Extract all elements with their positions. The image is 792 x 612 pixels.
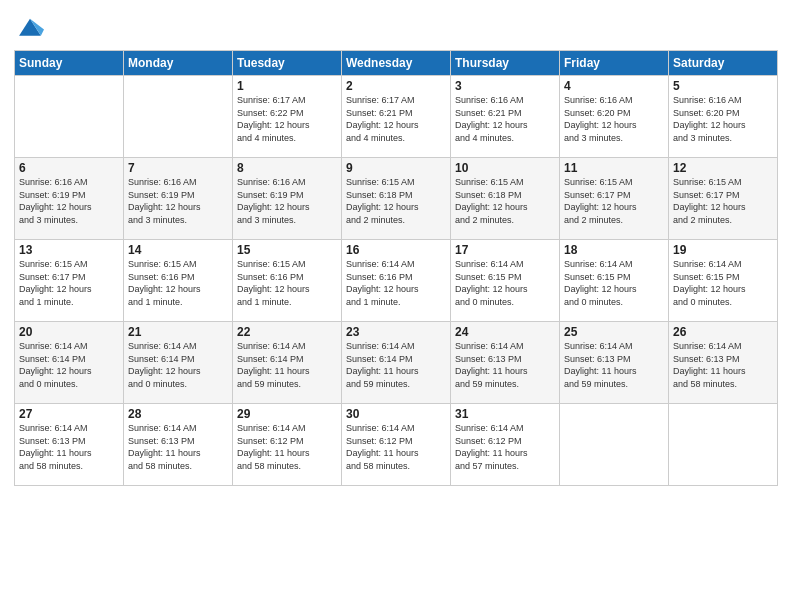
- day-info: Sunrise: 6:14 AM Sunset: 6:15 PM Dayligh…: [673, 258, 773, 308]
- day-info: Sunrise: 6:15 AM Sunset: 6:16 PM Dayligh…: [128, 258, 228, 308]
- day-number: 16: [346, 243, 446, 257]
- day-number: 15: [237, 243, 337, 257]
- day-number: 27: [19, 407, 119, 421]
- calendar-cell: [669, 404, 778, 486]
- day-number: 1: [237, 79, 337, 93]
- day-number: 23: [346, 325, 446, 339]
- calendar-cell: [124, 76, 233, 158]
- day-info: Sunrise: 6:14 AM Sunset: 6:12 PM Dayligh…: [237, 422, 337, 472]
- calendar-cell: 4Sunrise: 6:16 AM Sunset: 6:20 PM Daylig…: [560, 76, 669, 158]
- calendar-cell: 29Sunrise: 6:14 AM Sunset: 6:12 PM Dayli…: [233, 404, 342, 486]
- day-number: 11: [564, 161, 664, 175]
- day-number: 28: [128, 407, 228, 421]
- week-row-2: 13Sunrise: 6:15 AM Sunset: 6:17 PM Dayli…: [15, 240, 778, 322]
- day-info: Sunrise: 6:15 AM Sunset: 6:17 PM Dayligh…: [19, 258, 119, 308]
- day-number: 18: [564, 243, 664, 257]
- calendar-cell: 6Sunrise: 6:16 AM Sunset: 6:19 PM Daylig…: [15, 158, 124, 240]
- day-number: 24: [455, 325, 555, 339]
- day-number: 7: [128, 161, 228, 175]
- day-number: 5: [673, 79, 773, 93]
- calendar-cell: 5Sunrise: 6:16 AM Sunset: 6:20 PM Daylig…: [669, 76, 778, 158]
- day-info: Sunrise: 6:14 AM Sunset: 6:13 PM Dayligh…: [128, 422, 228, 472]
- calendar-cell: 17Sunrise: 6:14 AM Sunset: 6:15 PM Dayli…: [451, 240, 560, 322]
- col-header-monday: Monday: [124, 51, 233, 76]
- header-row: SundayMondayTuesdayWednesdayThursdayFrid…: [15, 51, 778, 76]
- calendar-cell: 12Sunrise: 6:15 AM Sunset: 6:17 PM Dayli…: [669, 158, 778, 240]
- day-info: Sunrise: 6:14 AM Sunset: 6:14 PM Dayligh…: [128, 340, 228, 390]
- day-info: Sunrise: 6:15 AM Sunset: 6:17 PM Dayligh…: [564, 176, 664, 226]
- day-info: Sunrise: 6:16 AM Sunset: 6:21 PM Dayligh…: [455, 94, 555, 144]
- day-info: Sunrise: 6:14 AM Sunset: 6:15 PM Dayligh…: [455, 258, 555, 308]
- calendar-table: SundayMondayTuesdayWednesdayThursdayFrid…: [14, 50, 778, 486]
- calendar-cell: 9Sunrise: 6:15 AM Sunset: 6:18 PM Daylig…: [342, 158, 451, 240]
- calendar-cell: 8Sunrise: 6:16 AM Sunset: 6:19 PM Daylig…: [233, 158, 342, 240]
- calendar-cell: 28Sunrise: 6:14 AM Sunset: 6:13 PM Dayli…: [124, 404, 233, 486]
- day-info: Sunrise: 6:14 AM Sunset: 6:12 PM Dayligh…: [346, 422, 446, 472]
- day-number: 2: [346, 79, 446, 93]
- day-number: 14: [128, 243, 228, 257]
- day-info: Sunrise: 6:16 AM Sunset: 6:20 PM Dayligh…: [673, 94, 773, 144]
- col-header-tuesday: Tuesday: [233, 51, 342, 76]
- day-info: Sunrise: 6:17 AM Sunset: 6:22 PM Dayligh…: [237, 94, 337, 144]
- logo-icon: [16, 14, 44, 42]
- calendar-cell: 10Sunrise: 6:15 AM Sunset: 6:18 PM Dayli…: [451, 158, 560, 240]
- day-info: Sunrise: 6:14 AM Sunset: 6:13 PM Dayligh…: [19, 422, 119, 472]
- calendar-cell: 7Sunrise: 6:16 AM Sunset: 6:19 PM Daylig…: [124, 158, 233, 240]
- calendar-body: 1Sunrise: 6:17 AM Sunset: 6:22 PM Daylig…: [15, 76, 778, 486]
- week-row-0: 1Sunrise: 6:17 AM Sunset: 6:22 PM Daylig…: [15, 76, 778, 158]
- day-info: Sunrise: 6:14 AM Sunset: 6:13 PM Dayligh…: [673, 340, 773, 390]
- day-info: Sunrise: 6:16 AM Sunset: 6:19 PM Dayligh…: [237, 176, 337, 226]
- calendar-cell: 18Sunrise: 6:14 AM Sunset: 6:15 PM Dayli…: [560, 240, 669, 322]
- day-info: Sunrise: 6:16 AM Sunset: 6:19 PM Dayligh…: [19, 176, 119, 226]
- day-info: Sunrise: 6:14 AM Sunset: 6:13 PM Dayligh…: [564, 340, 664, 390]
- day-number: 22: [237, 325, 337, 339]
- day-number: 3: [455, 79, 555, 93]
- calendar-cell: 1Sunrise: 6:17 AM Sunset: 6:22 PM Daylig…: [233, 76, 342, 158]
- day-number: 12: [673, 161, 773, 175]
- day-info: Sunrise: 6:15 AM Sunset: 6:17 PM Dayligh…: [673, 176, 773, 226]
- day-number: 6: [19, 161, 119, 175]
- calendar-cell: 22Sunrise: 6:14 AM Sunset: 6:14 PM Dayli…: [233, 322, 342, 404]
- calendar-cell: 23Sunrise: 6:14 AM Sunset: 6:14 PM Dayli…: [342, 322, 451, 404]
- header: [14, 10, 778, 42]
- day-number: 31: [455, 407, 555, 421]
- calendar-cell: 14Sunrise: 6:15 AM Sunset: 6:16 PM Dayli…: [124, 240, 233, 322]
- day-info: Sunrise: 6:15 AM Sunset: 6:18 PM Dayligh…: [455, 176, 555, 226]
- day-number: 4: [564, 79, 664, 93]
- day-info: Sunrise: 6:14 AM Sunset: 6:13 PM Dayligh…: [455, 340, 555, 390]
- calendar-header: SundayMondayTuesdayWednesdayThursdayFrid…: [15, 51, 778, 76]
- calendar-cell: 21Sunrise: 6:14 AM Sunset: 6:14 PM Dayli…: [124, 322, 233, 404]
- col-header-wednesday: Wednesday: [342, 51, 451, 76]
- calendar-cell: 20Sunrise: 6:14 AM Sunset: 6:14 PM Dayli…: [15, 322, 124, 404]
- day-info: Sunrise: 6:15 AM Sunset: 6:18 PM Dayligh…: [346, 176, 446, 226]
- day-number: 29: [237, 407, 337, 421]
- day-number: 8: [237, 161, 337, 175]
- week-row-1: 6Sunrise: 6:16 AM Sunset: 6:19 PM Daylig…: [15, 158, 778, 240]
- day-number: 19: [673, 243, 773, 257]
- day-info: Sunrise: 6:15 AM Sunset: 6:16 PM Dayligh…: [237, 258, 337, 308]
- week-row-4: 27Sunrise: 6:14 AM Sunset: 6:13 PM Dayli…: [15, 404, 778, 486]
- calendar-cell: 31Sunrise: 6:14 AM Sunset: 6:12 PM Dayli…: [451, 404, 560, 486]
- calendar-cell: [560, 404, 669, 486]
- calendar-cell: [15, 76, 124, 158]
- calendar-cell: 11Sunrise: 6:15 AM Sunset: 6:17 PM Dayli…: [560, 158, 669, 240]
- day-number: 25: [564, 325, 664, 339]
- day-number: 30: [346, 407, 446, 421]
- calendar-cell: 19Sunrise: 6:14 AM Sunset: 6:15 PM Dayli…: [669, 240, 778, 322]
- day-info: Sunrise: 6:16 AM Sunset: 6:19 PM Dayligh…: [128, 176, 228, 226]
- day-number: 13: [19, 243, 119, 257]
- calendar-cell: 3Sunrise: 6:16 AM Sunset: 6:21 PM Daylig…: [451, 76, 560, 158]
- day-number: 9: [346, 161, 446, 175]
- calendar-cell: 30Sunrise: 6:14 AM Sunset: 6:12 PM Dayli…: [342, 404, 451, 486]
- day-info: Sunrise: 6:14 AM Sunset: 6:15 PM Dayligh…: [564, 258, 664, 308]
- day-info: Sunrise: 6:17 AM Sunset: 6:21 PM Dayligh…: [346, 94, 446, 144]
- calendar-cell: 16Sunrise: 6:14 AM Sunset: 6:16 PM Dayli…: [342, 240, 451, 322]
- calendar-cell: 13Sunrise: 6:15 AM Sunset: 6:17 PM Dayli…: [15, 240, 124, 322]
- day-number: 26: [673, 325, 773, 339]
- col-header-sunday: Sunday: [15, 51, 124, 76]
- logo: [14, 14, 44, 42]
- day-number: 10: [455, 161, 555, 175]
- day-info: Sunrise: 6:14 AM Sunset: 6:12 PM Dayligh…: [455, 422, 555, 472]
- col-header-thursday: Thursday: [451, 51, 560, 76]
- day-info: Sunrise: 6:14 AM Sunset: 6:14 PM Dayligh…: [237, 340, 337, 390]
